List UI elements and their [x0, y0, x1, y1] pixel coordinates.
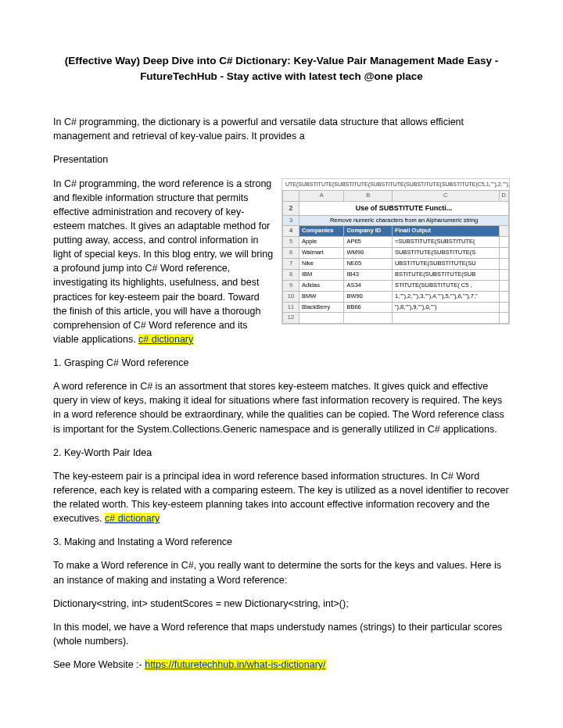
spreadsheet-figure: UTE(SUBSTITUTE(SUBSTITUTE(SUBSTITUTE(SUB… — [282, 178, 510, 325]
intro-body-block: UTE(SUBSTITUTE(SUBSTITUTE(SUBSTITUTE(SUB… — [53, 177, 510, 347]
body-text-1a: In C# programming, the word reference is… — [53, 178, 273, 289]
table-row: 8IBMIB43BSTITUTE(SUBSTITUTE(SUB — [283, 269, 509, 280]
table-row: 12 — [283, 313, 509, 324]
section-body-3: To make a Word reference in C#, you real… — [53, 558, 510, 586]
presentation-label: Presentation — [53, 152, 510, 167]
table-header-row: 4 Companies Company ID Finall Output — [283, 226, 509, 237]
section-body-1: A word reference in C# is an assortment … — [53, 379, 510, 436]
see-more-line: See More Website :- https://futuretechhu… — [53, 658, 510, 672]
spreadsheet-table: A B C D 2Use of SUBSTITUTE Functi... 3Re… — [282, 190, 509, 325]
table-row: 9AdidasAS34STITUTE(SUBSTITUTE( C5 , — [283, 280, 509, 291]
figure-title-row: 2Use of SUBSTITUTE Functi... — [283, 201, 509, 215]
intro-paragraph: In C# programming, the dictionary is a p… — [53, 115, 510, 143]
column-letters-row: A B C D — [283, 190, 509, 201]
page-title: (Effective Way) Deep Dive into C# Dictio… — [53, 53, 510, 84]
link-csharp-dictionary-2[interactable]: c# dictionary — [105, 513, 160, 524]
section-body-2: The key-esteem pair is a principal idea … — [53, 469, 510, 526]
section-body-4: In this model, we have a Word reference … — [53, 620, 510, 648]
table-row: 10BMWBW901,""),2,""),3,""),4,""),5,""),6… — [283, 291, 509, 302]
table-row: 5AppleAP65=SUBSTITUTE(SUBSTITUTE( — [283, 237, 509, 248]
table-row: 7NikeNE65UBSTITUTE(SUBSTITUTE(SU — [283, 259, 509, 270]
section-heading-3: 3. Making and Instating a Word reference — [53, 535, 510, 549]
section-heading-2: 2. Key-Worth Pair Idea — [53, 446, 510, 460]
link-website[interactable]: https://futuretechhub.in/what-is-diction… — [145, 659, 325, 670]
formula-bar: UTE(SUBSTITUTE(SUBSTITUTE(SUBSTITUTE(SUB… — [282, 179, 509, 190]
table-row: 11BlackBerryBB66"),8,""),9,""),0,"") — [283, 302, 509, 313]
section-heading-1: 1. Grasping C# Word reference — [53, 356, 510, 370]
figure-subtitle-row: 3Remove numeric characters from an Alpha… — [283, 215, 509, 226]
link-csharp-dictionary-1[interactable]: c# dictionary — [138, 334, 193, 345]
code-line: Dictionary<string, int> studentScores = … — [53, 597, 510, 611]
document-page: (Effective Way) Deep Dive into C# Dictio… — [0, 0, 563, 712]
table-row: 6WalmartWM98SUBSTITUTE(SUBSTITUTE(S — [283, 248, 509, 259]
